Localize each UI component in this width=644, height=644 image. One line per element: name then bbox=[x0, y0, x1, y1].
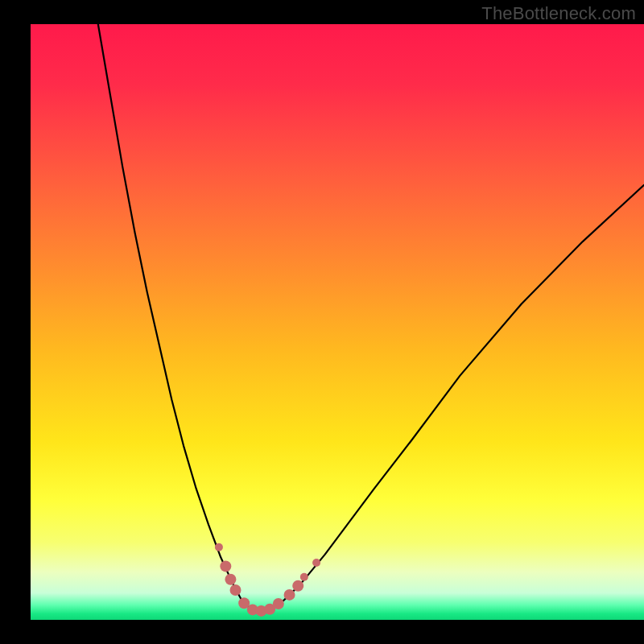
marker-dot bbox=[292, 580, 303, 592]
marker-dot bbox=[273, 598, 284, 609]
marker-dot bbox=[220, 560, 231, 572]
marker-dot bbox=[225, 574, 236, 585]
watermark-label: TheBottleneck.com bbox=[481, 3, 636, 24]
marker-dot bbox=[230, 584, 242, 596]
plot-background bbox=[31, 24, 644, 620]
marker-dot bbox=[312, 559, 320, 567]
bottleneck-chart bbox=[0, 0, 644, 644]
chart-frame: TheBottleneck.com bbox=[0, 0, 644, 644]
marker-dot bbox=[300, 573, 308, 581]
marker-dot bbox=[215, 543, 223, 551]
marker-dot bbox=[284, 589, 295, 601]
